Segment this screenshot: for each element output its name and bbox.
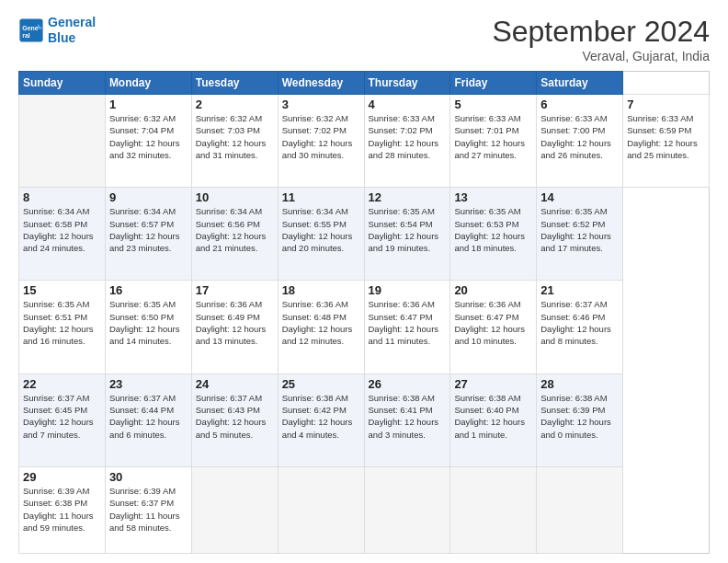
calendar-cell: 2Sunrise: 6:32 AMSunset: 7:03 PMDaylight… xyxy=(191,95,278,188)
cell-info: Sunrise: 6:38 AMSunset: 6:42 PMDaylight:… xyxy=(282,393,353,440)
page: Gene ral General Blue September 2024 Ver… xyxy=(0,0,728,563)
day-number: 27 xyxy=(454,377,532,391)
cell-info: Sunrise: 6:34 AMSunset: 6:55 PMDaylight:… xyxy=(282,206,353,253)
calendar-cell: 18Sunrise: 6:36 AMSunset: 6:48 PMDayligh… xyxy=(278,281,364,373)
day-number: 4 xyxy=(369,98,447,111)
cell-info: Sunrise: 6:34 AMSunset: 6:58 PMDaylight:… xyxy=(23,206,94,253)
cell-info: Sunrise: 6:35 AMSunset: 6:53 PMDaylight:… xyxy=(454,206,525,253)
day-number: 8 xyxy=(23,190,101,204)
cell-info: Sunrise: 6:36 AMSunset: 6:47 PMDaylight:… xyxy=(369,299,439,346)
col-header-monday: Monday xyxy=(105,72,191,95)
calendar-cell: 16Sunrise: 6:35 AMSunset: 6:50 PMDayligh… xyxy=(105,281,191,373)
logo-line2: Blue xyxy=(48,30,75,45)
calendar-header-row: SundayMondayTuesdayWednesdayThursdayFrid… xyxy=(19,72,710,95)
cell-info: Sunrise: 6:35 AMSunset: 6:50 PMDaylight:… xyxy=(109,299,180,346)
cell-info: Sunrise: 6:32 AMSunset: 7:03 PMDaylight:… xyxy=(196,113,267,160)
day-number: 18 xyxy=(282,283,360,297)
cell-info: Sunrise: 6:37 AMSunset: 6:46 PMDaylight:… xyxy=(540,299,611,346)
day-number: 12 xyxy=(369,190,447,204)
calendar-cell: 23Sunrise: 6:37 AMSunset: 6:44 PMDayligh… xyxy=(105,373,191,466)
day-number: 5 xyxy=(454,98,532,111)
day-number: 28 xyxy=(540,377,619,391)
cell-info: Sunrise: 6:34 AMSunset: 6:56 PMDaylight:… xyxy=(196,206,267,253)
day-number: 6 xyxy=(540,98,619,111)
day-number: 19 xyxy=(369,283,447,297)
calendar-cell xyxy=(278,466,364,553)
day-number: 25 xyxy=(282,377,360,391)
col-header-tuesday: Tuesday xyxy=(191,72,278,95)
calendar-cell: 24Sunrise: 6:37 AMSunset: 6:43 PMDayligh… xyxy=(191,373,278,466)
calendar-cell: 27Sunrise: 6:38 AMSunset: 6:40 PMDayligh… xyxy=(450,373,537,466)
calendar-cell: 6Sunrise: 6:33 AMSunset: 7:00 PMDaylight… xyxy=(537,95,623,188)
cell-info: Sunrise: 6:35 AMSunset: 6:51 PMDaylight:… xyxy=(23,299,94,346)
cell-info: Sunrise: 6:33 AMSunset: 7:02 PMDaylight:… xyxy=(369,113,439,160)
cell-info: Sunrise: 6:36 AMSunset: 6:48 PMDaylight:… xyxy=(282,299,353,346)
calendar-cell: 17Sunrise: 6:36 AMSunset: 6:49 PMDayligh… xyxy=(191,281,278,373)
cell-info: Sunrise: 6:33 AMSunset: 7:00 PMDaylight:… xyxy=(540,113,611,160)
cell-info: Sunrise: 6:34 AMSunset: 6:57 PMDaylight:… xyxy=(109,206,180,253)
calendar-cell xyxy=(450,466,537,553)
day-number: 1 xyxy=(109,98,188,111)
calendar-cell: 15Sunrise: 6:35 AMSunset: 6:51 PMDayligh… xyxy=(19,281,106,373)
col-header-sunday: Sunday xyxy=(19,72,106,95)
day-number: 26 xyxy=(369,377,447,391)
calendar-cell: 22Sunrise: 6:37 AMSunset: 6:45 PMDayligh… xyxy=(19,373,106,466)
day-number: 22 xyxy=(23,377,101,391)
cell-info: Sunrise: 6:35 AMSunset: 6:54 PMDaylight:… xyxy=(369,206,439,253)
cell-info: Sunrise: 6:39 AMSunset: 6:37 PMDaylight:… xyxy=(109,486,180,533)
day-number: 13 xyxy=(454,190,532,204)
day-number: 29 xyxy=(23,470,101,484)
day-number: 21 xyxy=(540,283,619,297)
cell-info: Sunrise: 6:37 AMSunset: 6:43 PMDaylight:… xyxy=(196,393,267,440)
calendar-cell: 9Sunrise: 6:34 AMSunset: 6:57 PMDaylight… xyxy=(105,188,191,281)
day-number: 15 xyxy=(23,283,101,297)
day-number: 7 xyxy=(627,98,705,111)
month-title: September 2024 xyxy=(492,15,710,49)
empty-cell xyxy=(19,95,106,188)
svg-text:Gene: Gene xyxy=(22,25,39,31)
day-number: 17 xyxy=(196,283,274,297)
day-number: 30 xyxy=(109,470,188,484)
calendar-cell: 21Sunrise: 6:37 AMSunset: 6:46 PMDayligh… xyxy=(537,281,623,373)
calendar-cell: 10Sunrise: 6:34 AMSunset: 6:56 PMDayligh… xyxy=(191,188,278,281)
calendar-cell: 3Sunrise: 6:32 AMSunset: 7:02 PMDaylight… xyxy=(278,95,364,188)
calendar-cell xyxy=(537,466,623,553)
day-number: 9 xyxy=(109,190,188,204)
day-number: 24 xyxy=(196,377,274,391)
calendar-cell: 12Sunrise: 6:35 AMSunset: 6:54 PMDayligh… xyxy=(364,188,450,281)
calendar-week-row: 1Sunrise: 6:32 AMSunset: 7:04 PMDaylight… xyxy=(19,95,710,188)
cell-info: Sunrise: 6:38 AMSunset: 6:41 PMDaylight:… xyxy=(369,393,439,440)
cell-info: Sunrise: 6:37 AMSunset: 6:45 PMDaylight:… xyxy=(23,393,94,440)
cell-info: Sunrise: 6:32 AMSunset: 7:04 PMDaylight:… xyxy=(109,113,180,160)
cell-info: Sunrise: 6:39 AMSunset: 6:38 PMDaylight:… xyxy=(23,486,94,533)
cell-info: Sunrise: 6:35 AMSunset: 6:52 PMDaylight:… xyxy=(540,206,611,253)
calendar-cell: 11Sunrise: 6:34 AMSunset: 6:55 PMDayligh… xyxy=(278,188,364,281)
day-number: 11 xyxy=(282,190,360,204)
cell-info: Sunrise: 6:33 AMSunset: 6:59 PMDaylight:… xyxy=(627,113,698,160)
cell-info: Sunrise: 6:36 AMSunset: 6:49 PMDaylight:… xyxy=(196,299,267,346)
calendar-cell: 5Sunrise: 6:33 AMSunset: 7:01 PMDaylight… xyxy=(450,95,537,188)
col-header-saturday: Saturday xyxy=(537,72,623,95)
calendar-week-row: 8Sunrise: 6:34 AMSunset: 6:58 PMDaylight… xyxy=(19,188,710,281)
title-block: September 2024 Veraval, Gujarat, India xyxy=(492,15,710,63)
calendar-cell xyxy=(364,466,450,553)
logo-icon: Gene ral xyxy=(18,17,44,43)
calendar-week-row: 15Sunrise: 6:35 AMSunset: 6:51 PMDayligh… xyxy=(19,281,710,373)
col-header-friday: Friday xyxy=(450,72,537,95)
calendar-cell: 28Sunrise: 6:38 AMSunset: 6:39 PMDayligh… xyxy=(537,373,623,466)
col-header-thursday: Thursday xyxy=(364,72,450,95)
calendar-week-row: 29Sunrise: 6:39 AMSunset: 6:38 PMDayligh… xyxy=(19,466,710,553)
location: Veraval, Gujarat, India xyxy=(492,49,710,63)
calendar-cell: 30Sunrise: 6:39 AMSunset: 6:37 PMDayligh… xyxy=(105,466,191,553)
day-number: 20 xyxy=(454,283,532,297)
calendar-cell: 13Sunrise: 6:35 AMSunset: 6:53 PMDayligh… xyxy=(450,188,537,281)
calendar-table: SundayMondayTuesdayWednesdayThursdayFrid… xyxy=(18,71,710,554)
svg-text:ral: ral xyxy=(22,32,30,39)
cell-info: Sunrise: 6:32 AMSunset: 7:02 PMDaylight:… xyxy=(282,113,353,160)
header: Gene ral General Blue September 2024 Ver… xyxy=(18,15,710,63)
cell-info: Sunrise: 6:36 AMSunset: 6:47 PMDaylight:… xyxy=(454,299,525,346)
calendar-week-row: 22Sunrise: 6:37 AMSunset: 6:45 PMDayligh… xyxy=(19,373,710,466)
day-number: 3 xyxy=(282,98,360,111)
calendar-cell: 20Sunrise: 6:36 AMSunset: 6:47 PMDayligh… xyxy=(450,281,537,373)
cell-info: Sunrise: 6:38 AMSunset: 6:40 PMDaylight:… xyxy=(454,393,525,440)
